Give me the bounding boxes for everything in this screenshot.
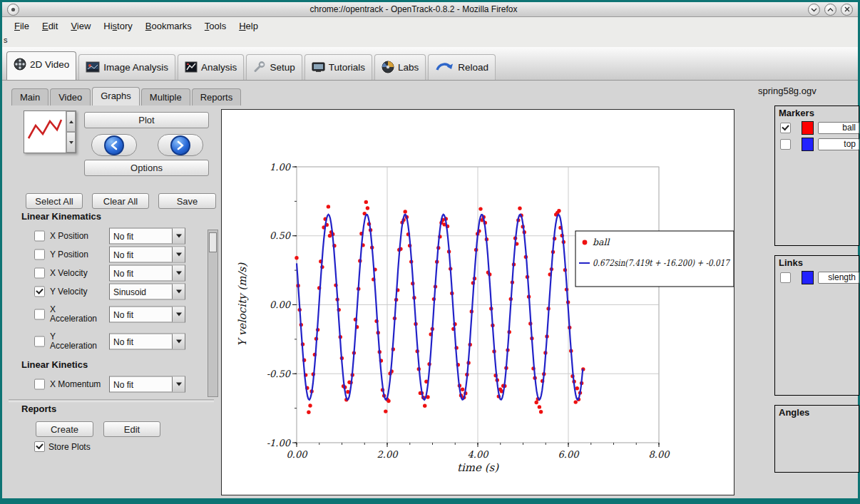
fit-select-value: No fit (110, 247, 172, 262)
markers-rows: balltop (775, 120, 859, 153)
toolbar-tab-tutorials[interactable]: Tutorials (304, 54, 372, 80)
options-button[interactable]: Options (84, 160, 209, 176)
menu-bar: FileEditViewHistoryBookmarksToolsHelp (2, 17, 858, 35)
spinner-down-button[interactable] (66, 132, 76, 153)
x-position-fit-select[interactable]: No fit (109, 228, 185, 245)
marker-ball-checkbox[interactable] (780, 123, 791, 133)
marker-ball-color-swatch[interactable] (802, 121, 814, 135)
angles-title: Angles (775, 406, 859, 420)
svg-text:0.50: 0.50 (270, 230, 292, 241)
chevron-down-icon (172, 334, 185, 349)
row-y-position: Y PositionNo fit (20, 245, 207, 264)
toolbar-tab-image-analysis[interactable]: Image Analysis (78, 54, 175, 80)
forward-arrow-icon (170, 135, 190, 155)
window-menu-icon (11, 7, 16, 12)
toolbar-tab-2d-video[interactable]: 2D Video (6, 51, 76, 80)
store-plots-checkbox[interactable] (34, 441, 45, 452)
y-velocity-fit-select[interactable]: Sinusoid (109, 284, 185, 300)
forward-button[interactable] (158, 134, 203, 156)
y-acceleration-checkbox[interactable] (34, 336, 45, 347)
toolbar-tab-label: Labs (398, 62, 419, 73)
window-maximize-button[interactable] (824, 4, 836, 16)
section-divider (9, 399, 214, 402)
window-title: chrome://opentrack - OpenTrack-0.8.2 - M… (21, 4, 806, 14)
reports-header: Reports (21, 403, 56, 414)
menu-edit[interactable]: Edit (36, 19, 64, 34)
save-button[interactable]: Save (158, 193, 216, 209)
chevron-down-icon (172, 377, 185, 392)
link-slength-checkbox[interactable] (780, 272, 791, 283)
y-velocity-checkbox[interactable] (34, 287, 45, 297)
row-y-acceleration: Y AccelerationNo fit (20, 328, 207, 355)
markers-title: Markers (775, 106, 859, 120)
x-acceleration-checkbox[interactable] (34, 309, 45, 320)
triangle-down-icon (69, 141, 73, 144)
marker-top-color-swatch[interactable] (802, 138, 814, 151)
menu-view[interactable]: View (64, 19, 97, 34)
row-y-velocity: Y VelocitySinusoid (20, 282, 207, 301)
menu-file[interactable]: File (8, 19, 36, 34)
menu-history[interactable]: History (97, 19, 138, 34)
window-menu-button[interactable] (7, 4, 19, 16)
fit-select-value: No fit (110, 334, 172, 349)
create-report-button[interactable]: Create (36, 421, 93, 437)
y-position-checkbox[interactable] (34, 250, 45, 260)
marker-ball-name-field[interactable]: ball (818, 122, 859, 134)
plot-thumbnail-selector[interactable] (24, 110, 76, 153)
window-close-button[interactable] (841, 4, 853, 16)
marker-top-checkbox[interactable] (780, 139, 791, 150)
store-plots-label: Store Plots (48, 442, 91, 452)
fit-select-value: No fit (110, 266, 172, 281)
scrollbar-thumb[interactable] (209, 232, 217, 252)
select-all-button[interactable]: Select All (26, 193, 83, 209)
velocity-plot-canvas[interactable]: 0.002.004.006.008.00-1.00-0.500.000.501.… (221, 109, 734, 495)
x-velocity-fit-select[interactable]: No fit (109, 265, 185, 282)
wrench-icon (253, 61, 266, 73)
marker-top-name-field[interactable]: top (818, 138, 859, 150)
x-momentum-label: X Momentum (50, 380, 101, 389)
y-position-fit-select[interactable]: No fit (109, 247, 185, 263)
link-slength-name-field[interactable]: slength (818, 272, 859, 284)
x-velocity-label: X Velocity (50, 269, 101, 278)
x-velocity-checkbox[interactable] (34, 268, 45, 279)
menu-help[interactable]: Help (232, 19, 265, 34)
row-x-momentum: X MomentumNo fit (20, 375, 207, 394)
tab-main[interactable]: Main (11, 88, 48, 106)
toolbar-tab-setup[interactable]: Setup (246, 54, 302, 80)
link-slength-color-swatch[interactable] (802, 271, 814, 284)
store-plots-row: Store Plots (34, 441, 91, 452)
svg-text:Y velocity (m/s): Y velocity (m/s) (236, 262, 249, 346)
tab-multiple[interactable]: Multiple (141, 88, 190, 106)
y-position-label: Y Position (50, 250, 101, 259)
back-button[interactable] (91, 134, 137, 156)
x-momentum-checkbox[interactable] (34, 379, 45, 390)
toolbar-tab-reload[interactable]: Reload (428, 54, 496, 80)
tab-graphs[interactable]: Graphs (92, 87, 140, 106)
menu-tools[interactable]: Tools (198, 19, 232, 34)
toolbar-tab-analysis[interactable]: Analysis (178, 54, 244, 80)
plot-button[interactable]: Plot (84, 112, 209, 128)
chevron-down-icon (172, 307, 185, 322)
plot-selector-spinner (66, 111, 76, 153)
x-momentum-fit-select[interactable]: No fit (109, 376, 185, 393)
edit-report-button[interactable]: Edit (103, 421, 160, 437)
y-acceleration-fit-select[interactable]: No fit (109, 334, 185, 350)
menu-bookmarks[interactable]: Bookmarks (139, 19, 198, 34)
section-header-linear-kinematics: Linear Kinematics (20, 211, 207, 227)
toolbar-tab-labs[interactable]: Labs (374, 54, 426, 80)
svg-text:ball: ball (593, 237, 610, 247)
window-shade-button[interactable] (808, 4, 820, 16)
clear-all-button[interactable]: Clear All (92, 193, 149, 209)
tab-video[interactable]: Video (50, 88, 91, 106)
y-velocity-label: Y Velocity (50, 287, 101, 297)
links-title: Links (775, 256, 859, 270)
window-titlebar: chrome://opentrack - OpenTrack-0.8.2 - M… (2, 2, 858, 17)
x-acceleration-fit-select[interactable]: No fit (109, 307, 185, 323)
x-position-label: X Position (50, 232, 101, 241)
spinner-up-button[interactable] (66, 111, 76, 132)
x-position-checkbox[interactable] (34, 231, 45, 242)
link-row-slength: slength (775, 270, 859, 287)
svg-text:0.00: 0.00 (287, 449, 309, 460)
kinematics-scrollbar[interactable] (208, 230, 218, 397)
tab-reports[interactable]: Reports (192, 88, 242, 106)
